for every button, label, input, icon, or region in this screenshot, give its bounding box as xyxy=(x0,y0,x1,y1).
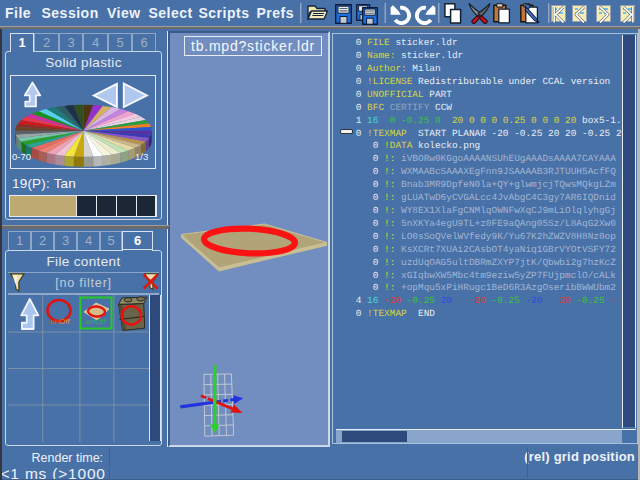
svg-text:unOff: unOff xyxy=(50,317,70,326)
svg-text:unOff: unOff xyxy=(86,317,106,326)
